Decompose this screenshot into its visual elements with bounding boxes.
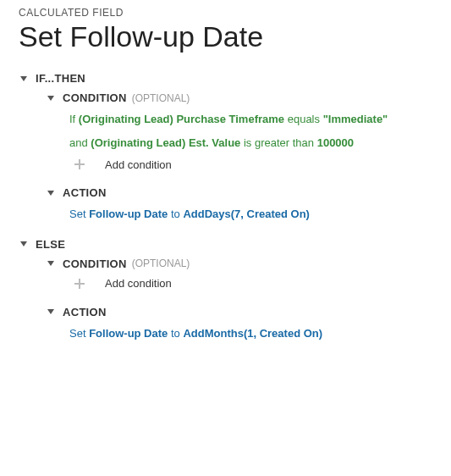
cond-value: 100000	[317, 136, 354, 149]
chevron-down-icon	[19, 239, 29, 249]
optional-label: (OPTIONAL)	[132, 257, 190, 269]
else-block: ELSE CONDITION (OPTIONAL) Add condition …	[19, 238, 444, 342]
condition-row-2[interactable]: and (Originating Lead) Est. Value is gre…	[19, 135, 444, 152]
action-row[interactable]: Set Follow-up Date to AddDays(7, Created…	[19, 206, 444, 223]
svg-rect-3	[74, 163, 85, 165]
section-label-condition: CONDITION	[63, 91, 127, 104]
action-mid: to	[171, 208, 180, 220]
page-title: Set Follow-up Date	[19, 20, 444, 53]
chevron-down-icon	[46, 307, 56, 317]
chevron-down-icon	[46, 93, 56, 103]
if-condition-block: CONDITION (OPTIONAL) If (Originating Lea…	[19, 91, 444, 171]
plus-icon	[73, 158, 86, 171]
action-target: Follow-up Date	[89, 327, 168, 340]
svg-marker-5	[20, 241, 27, 246]
else-condition-block: CONDITION (OPTIONAL) Add condition	[19, 257, 444, 291]
add-condition-row[interactable]: Add condition	[19, 277, 444, 291]
add-condition-label: Add condition	[105, 277, 172, 290]
add-condition-row[interactable]: Add condition	[19, 158, 444, 171]
section-label-condition: CONDITION	[63, 257, 127, 270]
action-func: AddMonths(1, Created On)	[183, 327, 322, 340]
section-label-if-then: IF...THEN	[36, 72, 85, 85]
chevron-down-icon	[46, 258, 56, 268]
chevron-down-icon	[46, 188, 56, 198]
action-mid: to	[171, 327, 180, 340]
if-action-block: ACTION Set Follow-up Date to AddDays(7, …	[19, 186, 444, 223]
if-action-header[interactable]: ACTION	[19, 186, 444, 199]
cond-prefix: and	[69, 136, 88, 149]
action-row[interactable]: Set Follow-up Date to AddMonths(1, Creat…	[19, 325, 444, 342]
cond-op: is greater than	[244, 136, 314, 149]
cond-value: "Immediate"	[323, 113, 388, 125]
cond-field: (Originating Lead) Est. Value	[91, 136, 240, 149]
if-condition-header[interactable]: CONDITION (OPTIONAL)	[19, 91, 444, 104]
else-action-block: ACTION Set Follow-up Date to AddMonths(1…	[19, 306, 444, 342]
cond-prefix: If	[69, 113, 75, 125]
svg-rect-8	[74, 283, 85, 285]
if-then-header[interactable]: IF...THEN	[19, 72, 444, 85]
add-condition-label: Add condition	[105, 158, 172, 171]
svg-marker-4	[47, 191, 54, 196]
else-header[interactable]: ELSE	[19, 238, 444, 251]
svg-marker-1	[47, 96, 54, 101]
section-label-action: ACTION	[63, 186, 107, 199]
else-action-header[interactable]: ACTION	[19, 306, 444, 318]
cond-field: (Originating Lead) Purchase Timeframe	[79, 113, 284, 125]
meta-label: CALCULATED FIELD	[19, 7, 444, 19]
cond-op: equals	[288, 113, 320, 125]
action-prefix: Set	[69, 208, 86, 220]
svg-marker-9	[47, 309, 54, 314]
chevron-down-icon	[19, 74, 29, 84]
action-func: AddDays(7, Created On)	[183, 208, 310, 220]
optional-label: (OPTIONAL)	[132, 92, 190, 104]
if-then-block: IF...THEN CONDITION (OPTIONAL) If (Origi…	[19, 72, 444, 223]
section-label-else: ELSE	[36, 238, 65, 251]
action-target: Follow-up Date	[89, 208, 168, 220]
condition-row-1[interactable]: If (Originating Lead) Purchase Timeframe…	[19, 111, 444, 128]
action-prefix: Set	[69, 327, 86, 340]
plus-icon	[73, 277, 86, 291]
svg-marker-6	[47, 261, 54, 266]
svg-marker-0	[20, 76, 27, 81]
section-label-action: ACTION	[63, 306, 107, 318]
else-condition-header[interactable]: CONDITION (OPTIONAL)	[19, 257, 444, 270]
